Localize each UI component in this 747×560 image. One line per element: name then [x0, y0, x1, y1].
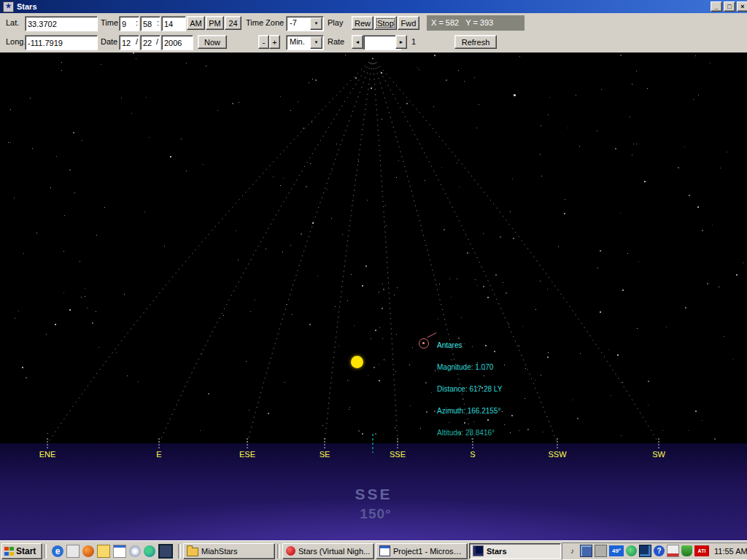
pm-button[interactable]: PM — [206, 16, 224, 30]
network-icon[interactable] — [639, 545, 651, 557]
stars-app-window: ★ Stars _ □ × Lat. Time : : AM PM 24 Tim… — [0, 0, 747, 560]
chevron-down-icon[interactable]: ▼ — [310, 18, 322, 30]
star-distance: Distance: 617.28 LY — [437, 386, 502, 393]
task-button-stars-help[interactable]: Stars (Virtual Nigh... — [282, 543, 374, 559]
media-player-icon[interactable] — [82, 545, 94, 557]
ie-icon[interactable]: e — [52, 545, 63, 557]
compass-label-sse: SSE — [390, 450, 406, 459]
system-tray: ♪ 49° ? ATI 11:55 AM — [562, 542, 747, 560]
rewind-button[interactable]: Rew — [352, 16, 374, 30]
windows-logo-icon — [4, 547, 14, 556]
cursor-coordinates-readout: X = 582 Y = 393 — [427, 15, 525, 31]
quick-launch-bar: e — [50, 544, 175, 559]
play-label: Play — [328, 18, 343, 27]
globe-icon[interactable] — [144, 545, 155, 557]
monitor-icon[interactable] — [158, 544, 173, 559]
compass-label-ese: ESE — [239, 450, 255, 459]
window-title: Stars — [17, 2, 709, 11]
stars-app-icon — [473, 545, 484, 556]
star-azimuth: Azimuth: 166.2155° — [437, 408, 502, 415]
selected-star-marker[interactable] — [419, 338, 429, 349]
cd-icon[interactable] — [129, 545, 141, 557]
vb-form-icon — [379, 545, 390, 556]
outlook-icon[interactable] — [97, 545, 110, 558]
document-icon[interactable] — [113, 545, 126, 558]
time-unit-select[interactable]: Min. ▼ — [286, 35, 324, 50]
lat-label: Lat. — [6, 18, 19, 27]
messenger-icon[interactable] — [626, 545, 637, 556]
compass-label-ssw: SSW — [548, 450, 566, 459]
timezone-select[interactable]: -7 ▼ — [286, 16, 324, 31]
star-magnitude: Magnitude: 1.070 — [437, 364, 502, 371]
sky-view-canvas[interactable]: ENE E ESE SE SSE S SSW SW SSE 150° Antar… — [0, 52, 747, 540]
ground-horizon: ENE E ESE SE SSE S SSW SW SSE 150° — [0, 443, 747, 540]
long-label: Long. — [6, 37, 26, 46]
step-plus-button[interactable]: + — [269, 35, 280, 49]
antivirus-shield-icon[interactable] — [681, 545, 692, 556]
ati-tray-icon[interactable]: ATI — [694, 545, 709, 556]
selection-pointer-line — [427, 332, 437, 338]
taskbar-separator — [178, 544, 181, 559]
24h-button[interactable]: 24 — [225, 16, 241, 30]
star-name: Antares — [437, 342, 502, 349]
step-minus-button[interactable]: - — [258, 35, 269, 49]
now-button[interactable]: Now — [198, 35, 227, 49]
toolbar: Lat. Time : : AM PM 24 Time Zone -7 ▼ Pl… — [0, 13, 747, 53]
star-altitude: Altitude: 28.8416° — [437, 429, 502, 437]
compass-label-sw: SW — [652, 450, 665, 459]
chevron-down-icon[interactable]: ▼ — [310, 36, 322, 49]
lat-input[interactable] — [25, 16, 98, 31]
folder-icon — [187, 548, 198, 556]
task-button-stars-active[interactable]: Stars — [469, 543, 561, 559]
date-year-input[interactable] — [161, 35, 193, 50]
title-bar[interactable]: ★ Stars _ □ × — [0, 0, 747, 13]
rate-label: Rate — [328, 37, 344, 46]
compass-label-ene: ENE — [39, 450, 56, 459]
date-separator: / — [136, 37, 138, 46]
refresh-button[interactable]: Refresh — [454, 35, 497, 49]
taskbar: Start e MiahStars Stars (Virtual Nigh...… — [0, 540, 747, 560]
display-settings-icon[interactable] — [580, 545, 592, 557]
date-separator-2: / — [156, 37, 158, 46]
task-button-project1[interactable]: Project1 - Microso... — [376, 543, 468, 559]
taskbar-separator — [44, 544, 47, 559]
am-button[interactable]: AM — [187, 16, 205, 30]
rate-decrease-arrow[interactable]: ◄ — [352, 35, 363, 49]
compass-label-se: SE — [320, 450, 330, 459]
task-button-miahstars[interactable]: MiahStars — [183, 543, 275, 559]
rate-value: 1 — [411, 37, 416, 46]
toolbar-row-2: Long. Date / / Now - + Min. ▼ Rate ◄ ► 1… — [0, 32, 747, 52]
taskbar-clock: 11:55 AM — [714, 547, 747, 556]
show-desktop-icon[interactable] — [66, 545, 80, 558]
maximize-button[interactable]: □ — [724, 1, 735, 12]
time-label: Time — [101, 18, 118, 27]
time-second-input[interactable] — [161, 16, 186, 31]
stars-help-icon — [286, 546, 295, 556]
app-icon: ★ — [3, 1, 14, 12]
minimize-button[interactable]: _ — [711, 1, 722, 12]
taskbar-separator — [277, 544, 280, 559]
time-unit-value: Min. — [290, 37, 305, 46]
toolbar-row-1: Lat. Time : : AM PM 24 Time Zone -7 ▼ Pl… — [0, 13, 747, 33]
tablet-icon[interactable] — [595, 545, 607, 557]
sun-marker[interactable] — [351, 356, 363, 368]
rate-increase-arrow[interactable]: ► — [395, 35, 407, 49]
compass-label-e: E — [156, 450, 161, 459]
start-label: Start — [16, 546, 36, 556]
forward-button[interactable]: Fwd — [398, 16, 419, 30]
scheduler-icon[interactable] — [667, 545, 679, 557]
view-center-azimuth: 150° — [360, 506, 391, 522]
weather-temperature-badge[interactable]: 49° — [609, 545, 624, 556]
star-info-panel: Antares Magnitude: 1.070 Distance: 617.2… — [437, 327, 502, 451]
close-button[interactable]: × — [737, 1, 747, 12]
stop-button[interactable]: Stop — [374, 16, 397, 30]
help-icon[interactable]: ? — [654, 545, 665, 556]
long-input[interactable] — [25, 35, 98, 50]
start-button[interactable]: Start — [1, 543, 42, 559]
date-label: Date — [101, 37, 117, 46]
time-separator: : — [136, 18, 138, 27]
timezone-label: Time Zone — [246, 18, 284, 27]
volume-icon[interactable]: ♪ — [567, 545, 578, 556]
timezone-value: -7 — [290, 18, 297, 27]
time-separator-2: : — [157, 18, 159, 27]
